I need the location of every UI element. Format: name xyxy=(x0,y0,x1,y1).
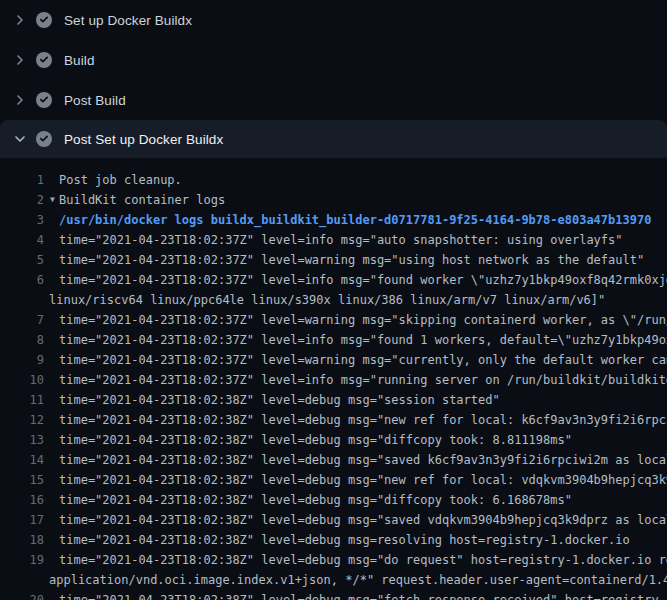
step-row-build[interactable]: Build xyxy=(0,40,667,80)
step-row-set-up-docker-buildx[interactable]: Set up Docker Buildx xyxy=(0,0,667,40)
line-number-spacer xyxy=(0,570,44,590)
log-text: time="2021-04-23T18:02:38Z" level=debug … xyxy=(44,410,667,430)
line-number[interactable]: 19 xyxy=(0,550,44,570)
line-number[interactable]: 4 xyxy=(0,230,44,250)
check-circle-icon xyxy=(36,12,52,28)
chevron-right-icon xyxy=(12,52,28,68)
log-line: 3/usr/bin/docker logs buildx_buildkit_bu… xyxy=(0,210,667,230)
log-line: 11time="2021-04-23T18:02:38Z" level=debu… xyxy=(0,390,667,410)
log-line: 18time="2021-04-23T18:02:38Z" level=debu… xyxy=(0,530,667,550)
log-text: linux/riscv64 linux/ppc64le linux/s390x … xyxy=(44,290,605,310)
log-text: Post job cleanup. xyxy=(44,170,182,190)
line-number[interactable]: 17 xyxy=(0,510,44,530)
step-title: Post Set up Docker Buildx xyxy=(64,132,223,147)
log-text: time="2021-04-23T18:02:37Z" level=info m… xyxy=(44,270,667,290)
log-text: time="2021-04-23T18:02:38Z" level=debug … xyxy=(44,510,667,530)
log-text: time="2021-04-23T18:02:38Z" level=debug … xyxy=(44,550,667,570)
step-title: Post Build xyxy=(64,93,126,108)
log-text: time="2021-04-23T18:02:37Z" level=warnin… xyxy=(44,250,644,270)
log-line: 12time="2021-04-23T18:02:38Z" level=debu… xyxy=(0,410,667,430)
check-circle-icon xyxy=(36,131,52,147)
log-line: 14time="2021-04-23T18:02:38Z" level=debu… xyxy=(0,450,667,470)
log-text: time="2021-04-23T18:02:38Z" level=debug … xyxy=(44,390,500,410)
log-text: time="2021-04-23T18:02:37Z" level=warnin… xyxy=(44,350,667,370)
log-line: 6time="2021-04-23T18:02:37Z" level=info … xyxy=(0,270,667,290)
log-line: 2▼BuildKit container logs xyxy=(0,190,667,210)
log-line: 1Post job cleanup. xyxy=(0,170,667,190)
line-number[interactable]: 9 xyxy=(0,350,44,370)
chevron-down-icon xyxy=(12,131,28,147)
line-number[interactable]: 11 xyxy=(0,390,44,410)
log-line: 17time="2021-04-23T18:02:38Z" level=debu… xyxy=(0,510,667,530)
chevron-right-icon xyxy=(12,12,28,28)
log-line: 4time="2021-04-23T18:02:37Z" level=info … xyxy=(0,230,667,250)
log-line: 8time="2021-04-23T18:02:37Z" level=info … xyxy=(0,330,667,350)
line-number[interactable]: 14 xyxy=(0,450,44,470)
log-text: time="2021-04-23T18:02:38Z" level=debug … xyxy=(44,590,667,600)
log-line: linux/riscv64 linux/ppc64le linux/s390x … xyxy=(0,290,667,310)
line-number[interactable]: 5 xyxy=(0,250,44,270)
log-line: 19time="2021-04-23T18:02:38Z" level=debu… xyxy=(0,550,667,570)
log-text: application/vnd.oci.image.index.v1+json,… xyxy=(44,570,667,590)
log-line: 20time="2021-04-23T18:02:38Z" level=debu… xyxy=(0,590,667,600)
log-command-text: /usr/bin/docker logs buildx_buildkit_bui… xyxy=(44,210,651,230)
log-panel: 1Post job cleanup.2▼BuildKit container l… xyxy=(0,158,667,600)
step-row-post-build[interactable]: Post Build xyxy=(0,80,667,120)
chevron-right-icon xyxy=(12,92,28,108)
steps-list: Set up Docker BuildxBuildPost BuildPost … xyxy=(0,0,667,158)
log-text: time="2021-04-23T18:02:38Z" level=debug … xyxy=(44,490,572,510)
line-number[interactable]: 18 xyxy=(0,530,44,550)
line-number[interactable]: 10 xyxy=(0,370,44,390)
line-number[interactable]: 16 xyxy=(0,490,44,510)
line-number[interactable]: 12 xyxy=(0,410,44,430)
log-line: 7time="2021-04-23T18:02:37Z" level=warni… xyxy=(0,310,667,330)
line-number[interactable]: 13 xyxy=(0,430,44,450)
line-number[interactable]: 1 xyxy=(0,170,44,190)
log-text: time="2021-04-23T18:02:38Z" level=debug … xyxy=(44,430,572,450)
log-text: time="2021-04-23T18:02:37Z" level=info m… xyxy=(44,230,623,250)
log-line: 10time="2021-04-23T18:02:37Z" level=info… xyxy=(0,370,667,390)
log-line: 13time="2021-04-23T18:02:38Z" level=debu… xyxy=(0,430,667,450)
step-title: Build xyxy=(64,53,95,68)
line-number[interactable]: 8 xyxy=(0,330,44,350)
check-circle-icon xyxy=(36,92,52,108)
log-text: time="2021-04-23T18:02:37Z" level=warnin… xyxy=(44,310,667,330)
log-line: 16time="2021-04-23T18:02:38Z" level=debu… xyxy=(0,490,667,510)
group-toggle-icon[interactable]: ▼ xyxy=(50,190,55,210)
line-number[interactable]: 2 xyxy=(0,190,44,210)
log-line: 15time="2021-04-23T18:02:38Z" level=debu… xyxy=(0,470,667,490)
line-number[interactable]: 20 xyxy=(0,590,44,600)
log-text: time="2021-04-23T18:02:38Z" level=debug … xyxy=(44,450,667,470)
line-number-spacer xyxy=(0,290,44,310)
log-group-label[interactable]: ▼BuildKit container logs xyxy=(44,190,225,210)
line-number[interactable]: 7 xyxy=(0,310,44,330)
log-text: time="2021-04-23T18:02:38Z" level=debug … xyxy=(44,470,667,490)
step-title: Set up Docker Buildx xyxy=(64,13,192,28)
step-row-post-set-up-docker-buildx[interactable]: Post Set up Docker Buildx xyxy=(0,120,667,158)
log-text: time="2021-04-23T18:02:38Z" level=debug … xyxy=(44,530,630,550)
log-text: time="2021-04-23T18:02:37Z" level=info m… xyxy=(44,330,667,350)
log-line: application/vnd.oci.image.index.v1+json,… xyxy=(0,570,667,590)
line-number[interactable]: 3 xyxy=(0,210,44,230)
line-number[interactable]: 6 xyxy=(0,270,44,290)
log-text: time="2021-04-23T18:02:37Z" level=info m… xyxy=(44,370,667,390)
check-circle-icon xyxy=(36,52,52,68)
log-line: 9time="2021-04-23T18:02:37Z" level=warni… xyxy=(0,350,667,370)
line-number[interactable]: 15 xyxy=(0,470,44,490)
log-line: 5time="2021-04-23T18:02:37Z" level=warni… xyxy=(0,250,667,270)
